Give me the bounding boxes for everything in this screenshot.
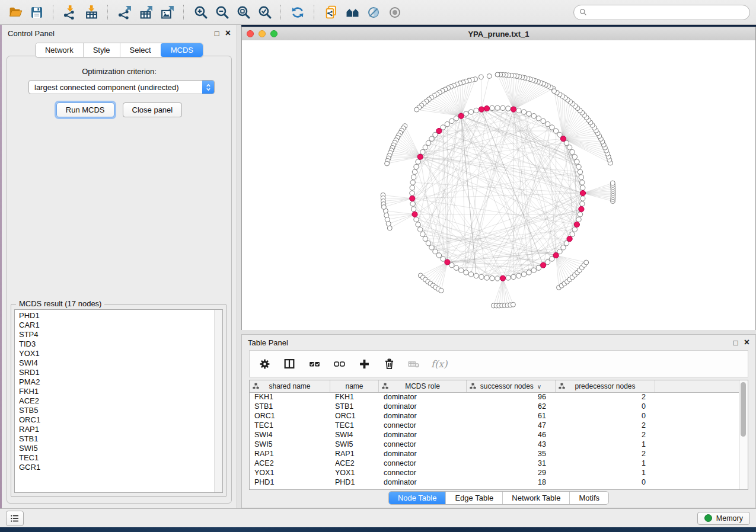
leaf-node[interactable] (381, 205, 386, 210)
ring-node[interactable] (527, 270, 531, 275)
table-cell-mcds_role[interactable]: dominator (379, 450, 467, 458)
table-row[interactable]: SWI4SWI4dominator462 (250, 430, 739, 440)
export-table-button[interactable] (136, 3, 155, 22)
table-cell-predecessor_nodes[interactable]: 2 (556, 431, 655, 439)
ring-node[interactable] (412, 169, 417, 174)
ring-node[interactable] (575, 159, 579, 164)
table-cell-shared_name[interactable]: ORC1 (250, 412, 330, 420)
ring-node[interactable] (495, 276, 500, 281)
leaf-node[interactable] (487, 74, 492, 79)
leaf-node[interactable] (385, 161, 390, 166)
ring-node[interactable] (578, 212, 582, 217)
ring-node[interactable] (570, 232, 575, 236)
ring-node[interactable] (506, 275, 511, 280)
horizontal-splitter[interactable] (241, 330, 756, 334)
table-cell-name[interactable]: SWI4 (330, 431, 379, 439)
ring-node[interactable] (429, 136, 434, 141)
mcds-hub-node[interactable] (553, 252, 559, 258)
mcds-result-item[interactable]: TEC1 (15, 453, 215, 463)
table-cell-name[interactable]: SWI5 (330, 440, 379, 448)
column-header[interactable]: predecessor nodes (556, 380, 655, 392)
ring-node[interactable] (516, 273, 521, 278)
mcds-result-item[interactable]: STP4 (15, 330, 215, 339)
mcds-hub-node[interactable] (436, 128, 442, 133)
tab-select[interactable]: Select (120, 43, 161, 57)
mcds-hub-node[interactable] (560, 136, 566, 142)
search-binoculars-button[interactable] (343, 3, 362, 22)
table-cell-name[interactable]: ACE2 (330, 459, 379, 467)
table-cell-predecessor_nodes[interactable]: 0 (556, 412, 655, 420)
table-cell-name[interactable]: YOX1 (330, 469, 379, 477)
table-cell-shared_name[interactable]: YOX1 (250, 469, 330, 477)
mcds-hub-node[interactable] (511, 107, 516, 112)
ring-node[interactable] (536, 116, 541, 121)
table-cell-predecessor_nodes[interactable]: 0 (556, 478, 655, 486)
table-cell-predecessor_nodes[interactable]: 2 (556, 450, 655, 458)
mcds-result-item[interactable]: PHD1 (15, 311, 215, 321)
mcds-hub-node[interactable] (574, 222, 579, 227)
ring-node[interactable] (454, 265, 458, 270)
table-cell-successor_nodes[interactable]: 46 (467, 431, 556, 439)
table-scrollbar-thumb[interactable] (741, 382, 746, 437)
leaf-node[interactable] (479, 75, 483, 79)
leaf-node[interactable] (610, 181, 615, 185)
table-cell-name[interactable]: ORC1 (330, 412, 379, 420)
table-cell-shared_name[interactable]: STB1 (250, 402, 330, 411)
mcds-result-item[interactable]: CAR1 (15, 321, 215, 330)
mcds-result-item[interactable]: GCR1 (15, 463, 215, 472)
search-input[interactable] (591, 7, 744, 17)
mcds-result-item[interactable]: TID3 (15, 339, 215, 349)
table-cell-predecessor_nodes[interactable]: 2 (556, 393, 655, 401)
mcds-hub-node[interactable] (579, 206, 584, 211)
mcds-result-item[interactable]: STB1 (15, 434, 215, 444)
ring-node[interactable] (521, 110, 526, 114)
ring-node[interactable] (414, 217, 419, 222)
ring-node[interactable] (511, 274, 516, 279)
table-row[interactable]: TEC1TEC1connector472 (250, 421, 739, 430)
ring-node[interactable] (580, 185, 585, 190)
ring-node[interactable] (516, 108, 521, 113)
ring-node[interactable] (433, 249, 438, 254)
close-panel-icon[interactable]: × (225, 28, 231, 38)
mcds-hub-node[interactable] (417, 154, 423, 159)
ring-node[interactable] (531, 268, 536, 273)
criterion-dropdown[interactable]: largest connected component (undirected) (28, 80, 215, 94)
zoom-selected-button[interactable] (255, 3, 274, 22)
ring-node[interactable] (410, 180, 415, 185)
hide-view-button[interactable] (364, 3, 383, 22)
ring-node[interactable] (420, 149, 425, 154)
table-cell-mcds_role[interactable]: dominator (379, 402, 467, 411)
ring-node[interactable] (580, 196, 585, 201)
mcds-hub-node[interactable] (500, 275, 505, 281)
table-row[interactable]: ORC1ORC1dominator610 (250, 411, 739, 421)
table-scrollbar[interactable] (739, 380, 748, 489)
ring-node[interactable] (474, 108, 479, 113)
table-cell-predecessor_nodes[interactable]: 2 (556, 421, 655, 430)
ring-node[interactable] (429, 245, 434, 250)
ring-node[interactable] (490, 276, 495, 281)
table-cell-shared_name[interactable]: TEC1 (250, 421, 330, 430)
table-cell-shared_name[interactable]: ACE2 (250, 459, 330, 467)
close-panel-button[interactable]: Close panel (123, 102, 183, 117)
search-box[interactable] (573, 5, 750, 20)
mcds-result-item[interactable]: ACE2 (15, 396, 215, 406)
mcds-hub-node[interactable] (484, 106, 489, 111)
delete-table-button[interactable] (406, 356, 422, 371)
mcds-hub-node[interactable] (458, 113, 464, 118)
ring-node[interactable] (436, 253, 441, 258)
table-row[interactable]: SWI5SWI5connector431 (250, 440, 739, 449)
table-cell-shared_name[interactable]: PHD1 (250, 478, 330, 486)
table-cell-name[interactable]: RAP1 (330, 450, 379, 458)
ring-node[interactable] (579, 175, 583, 180)
float-panel-icon[interactable]: □ (733, 339, 738, 347)
refresh-network-button[interactable] (288, 3, 307, 22)
mcds-result-item[interactable]: YOX1 (15, 349, 215, 358)
ring-node[interactable] (578, 169, 582, 174)
ring-node[interactable] (416, 159, 420, 164)
mcds-result-item[interactable]: SRD1 (15, 368, 215, 377)
ring-node[interactable] (572, 227, 577, 232)
ring-node[interactable] (561, 245, 566, 250)
ring-node[interactable] (426, 140, 430, 145)
mcds-result-item[interactable]: ORC1 (15, 415, 215, 425)
ring-node[interactable] (567, 145, 572, 150)
